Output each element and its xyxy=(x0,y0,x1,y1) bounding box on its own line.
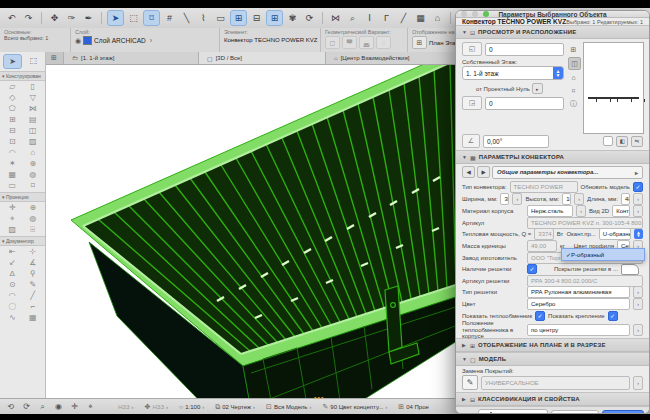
grid-view-icon[interactable]: ⊞ xyxy=(266,10,283,26)
stepper-icon[interactable]: › xyxy=(512,193,522,205)
skylight-tool-icon[interactable]: ◍ xyxy=(29,170,36,180)
pickup-parameters-icon[interactable]: ✑ xyxy=(64,11,79,25)
grid-snap-icon[interactable]: # xyxy=(162,11,177,25)
top-elevation-field[interactable]: 0 xyxy=(485,43,564,56)
lamp-tool-icon[interactable]: ✶ xyxy=(9,159,16,169)
quick-option-renovation[interactable]: НЗЗ› xyxy=(114,404,138,410)
quick-option-layer-combination[interactable]: ⧉ 02 Чертеж› xyxy=(211,403,259,411)
stepper-icon[interactable]: › xyxy=(633,286,643,298)
arc-tool-icon[interactable]: ◠ xyxy=(9,291,16,301)
stepper-icon[interactable]: › xyxy=(633,205,643,217)
rotation-angle-field[interactable]: 0,00° xyxy=(483,135,549,148)
look-icon[interactable]: ◉ xyxy=(52,402,65,411)
toolbox-section-document[interactable]: ▾ Документир xyxy=(0,236,45,246)
stepper-icon[interactable]: › xyxy=(633,193,643,205)
edge-profile-select[interactable]: U-образный xyxy=(599,228,631,240)
color-select[interactable]: Серебро xyxy=(527,298,630,310)
grille-type-select[interactable]: РРА Рулонная алюминиевая xyxy=(527,286,630,298)
morph-tool-icon[interactable]: ▦ xyxy=(8,170,16,180)
preview-3d-icon[interactable]: ⌗ xyxy=(568,85,579,96)
preview-info-icon[interactable]: ⓘ xyxy=(568,98,579,109)
preview-plan-icon[interactable]: ⊞ xyxy=(568,44,579,55)
dimension-tool-icon[interactable]: ⇤ xyxy=(9,247,16,257)
section-convector-params[interactable]: ▼ ▦ ПАРАМЕТРЫ КОНВЕКТОРА xyxy=(456,150,649,164)
shell-tool-icon[interactable]: ⬠ xyxy=(9,104,16,114)
detail-tool-icon[interactable]: ▨ xyxy=(8,225,16,235)
stepper-icon[interactable]: › xyxy=(633,298,643,310)
corner-icon[interactable]: Γ xyxy=(379,11,394,25)
section-view-location[interactable]: ▼ ⊡ ПРОСМОТР И РАСПОЛОЖЕНИЕ xyxy=(456,25,649,39)
ok-button[interactable]: ОК xyxy=(602,410,644,414)
menu-item-p-profile[interactable]: ✓ Р-образный xyxy=(562,249,644,260)
overflow-dots[interactable]: ••• xyxy=(314,396,324,400)
radial-dimension-tool-icon[interactable]: ↙ xyxy=(9,258,16,268)
gear-icon[interactable]: ✾ xyxy=(285,11,300,25)
mesh-tool-icon[interactable]: ⊡ xyxy=(9,137,16,147)
pan-icon[interactable]: ✛ xyxy=(68,402,81,411)
bottom-elevation-field[interactable]: 0 xyxy=(485,97,564,110)
section-tool-icon[interactable]: ✛ xyxy=(9,203,16,213)
view2d-select[interactable]: Контур xyxy=(612,205,630,217)
figure-tool-icon[interactable]: ▦ xyxy=(29,313,37,323)
ending-tool-icon[interactable]: ▭ xyxy=(8,181,16,191)
mirror-button[interactable]: ◧ xyxy=(616,136,628,147)
element-name[interactable]: Конвектор TECHNO POWER KVZ xyxy=(224,37,317,43)
railing-tool-icon[interactable]: ◫ xyxy=(29,126,37,136)
stair-tool-icon[interactable]: ⊟ xyxy=(9,126,16,136)
wall-tool-icon[interactable]: ▱ xyxy=(9,82,15,92)
stepper-icon[interactable]: ▲▼ xyxy=(634,229,643,239)
schedule-icon[interactable]: ▦ xyxy=(413,11,428,25)
height-field[interactable]: 105 xyxy=(562,193,571,205)
undo-icon[interactable]: ↶ xyxy=(4,11,19,25)
update-model-checkbox[interactable]: ✓ xyxy=(633,182,643,192)
worksheet-tool-icon[interactable]: ◍ xyxy=(29,214,36,224)
clock-icon[interactable]: ⟳ xyxy=(302,11,317,25)
slash-icon[interactable]: ╱ xyxy=(396,11,411,25)
zone-tool-icon[interactable]: ▨ xyxy=(29,137,37,147)
stepper-icon[interactable]: ▲▼ xyxy=(553,67,563,79)
layer-select[interactable]: Слой ARCHICAD xyxy=(94,37,146,44)
arrow-select-tool[interactable]: ➤ xyxy=(3,54,22,69)
hotspot-tool-icon[interactable]: ∿ xyxy=(9,313,16,323)
line-tool-icon[interactable]: ✎ xyxy=(29,280,36,290)
material-select[interactable]: Нерж.сталь xyxy=(527,205,573,217)
label-tool-icon[interactable]: ⚲ xyxy=(30,269,36,279)
polyline-tool-icon[interactable]: ╱ xyxy=(30,291,35,301)
level-dimension-tool-icon[interactable]: ⊹ xyxy=(29,247,36,257)
text-tool-icon[interactable]: Δ xyxy=(10,269,15,279)
box-tool-icon[interactable]: ▭ xyxy=(213,11,228,25)
inject-parameters-icon[interactable]: ✒ xyxy=(81,11,96,25)
orbit-icon[interactable]: ⟲ xyxy=(4,402,17,411)
marquee-tool[interactable]: ⬚ xyxy=(25,54,42,67)
door-tool-icon[interactable]: ▯ xyxy=(31,82,35,92)
coating-field[interactable]: УНИВЕРСАЛЬНОЕ xyxy=(481,376,630,390)
width-field[interactable]: 300 xyxy=(500,193,509,205)
preview-side-icon[interactable]: ⌂ xyxy=(568,72,579,83)
spline-tool-icon[interactable]: ⌐ xyxy=(30,302,35,312)
camera-tool-icon[interactable]: ⌹ xyxy=(30,225,35,235)
beam-tool-icon[interactable]: ⋈ xyxy=(29,104,37,114)
window-tool-icon[interactable]: ◇ xyxy=(9,93,15,103)
object-tool-icon[interactable]: ⌂ xyxy=(30,148,35,158)
home-icon[interactable]: ⌂ xyxy=(430,11,445,25)
paintbrush-icon[interactable]: ✎ xyxy=(462,375,478,390)
zoom-icon[interactable]: ⌕ xyxy=(36,402,49,412)
parameter-page-select[interactable]: Общие параметры конвектора... ▸ xyxy=(492,166,643,179)
stepper-icon[interactable]: › xyxy=(576,205,586,217)
preview-front-icon[interactable]: ◫ xyxy=(568,57,581,70)
marquee-tool-icon[interactable]: ⬚ xyxy=(126,11,141,25)
length-field[interactable]: 4800 xyxy=(621,193,630,205)
mirror-checkbox[interactable] xyxy=(603,136,613,146)
angle-dimension-tool-icon[interactable]: ∡ xyxy=(29,258,36,268)
opening-tool-icon[interactable]: ⊕ xyxy=(29,159,36,169)
lasso-tool-icon[interactable]: ⌑ xyxy=(143,10,160,26)
column-tool-icon[interactable]: ▤ xyxy=(29,115,37,125)
show-mount-checkbox[interactable]: ✓ xyxy=(608,311,618,321)
elevation-tool-icon[interactable]: ⊕ xyxy=(29,203,36,213)
arrow-tool-icon[interactable]: ➤ xyxy=(107,10,124,26)
circle-tool-icon[interactable]: 〇 xyxy=(8,302,16,312)
quick-option-structure-display[interactable]: ⊡ Вся Модель› xyxy=(262,403,315,411)
stepper-icon[interactable]: › xyxy=(633,324,643,336)
eye-icon[interactable]: ◉ xyxy=(75,37,81,45)
grille-checkbox[interactable]: ✓ xyxy=(527,264,537,274)
